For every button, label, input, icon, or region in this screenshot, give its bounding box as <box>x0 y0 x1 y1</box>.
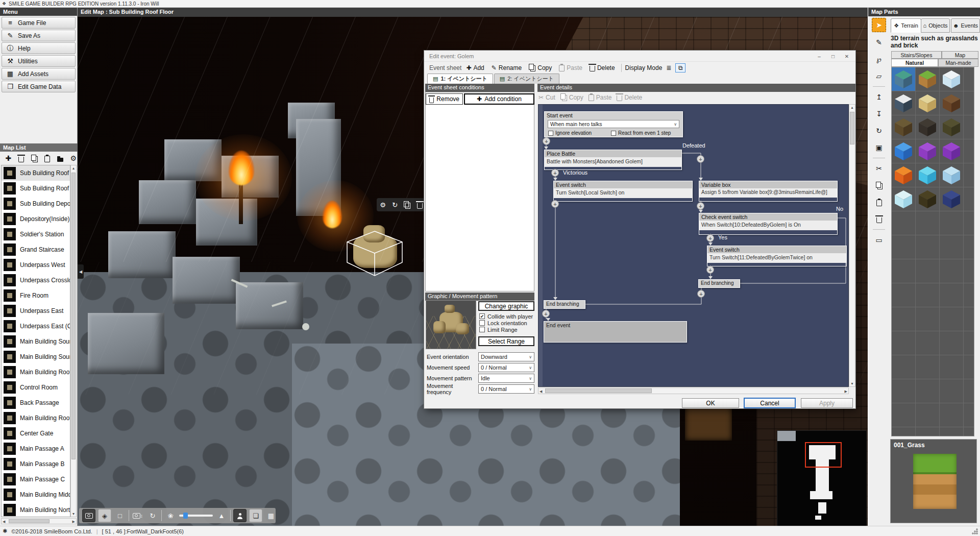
map-list-item[interactable]: Main Building Rooftop <box>2 364 70 380</box>
terrain-tile[interactable] <box>941 69 962 89</box>
map-list-item[interactable]: Main Building Rooftop <box>2 410 70 426</box>
tab-man-made[interactable]: Man-made <box>938 59 978 67</box>
scissors-tool-button[interactable]: ✂ <box>872 162 886 175</box>
add-command-button[interactable]: + <box>551 200 559 208</box>
map-list-item[interactable]: Fire Room <box>2 288 70 303</box>
map-list-item[interactable]: Main Passage B <box>2 456 70 472</box>
terrain-tile[interactable] <box>941 93 962 113</box>
paste-command-button[interactable]: Paste <box>589 93 612 101</box>
flow-node-start-event[interactable]: Start event When main hero talks ∨ Ignor… <box>544 111 683 137</box>
delete-sheet-button[interactable]: Delete <box>587 63 618 72</box>
map-list-item[interactable]: Back Passage <box>2 395 70 410</box>
expand-tool-button[interactable]: ▣ <box>872 141 886 154</box>
display-mode-flow-button[interactable]: ⧉ <box>675 63 685 72</box>
ok-button[interactable]: OK <box>682 398 739 408</box>
menu-item-utilities[interactable]: ⚒Utilities <box>2 55 76 67</box>
menu-item-help[interactable]: ⓘHelp <box>2 42 76 54</box>
tab-terrain[interactable]: ❖Terrain <box>891 18 921 33</box>
map-list-item[interactable]: Underpass West <box>2 257 70 273</box>
cube-view-button[interactable]: ◈ <box>98 509 111 522</box>
menu-item-edit-game-data[interactable]: ❒Edit Game Data <box>2 81 76 92</box>
frame-toggle-button[interactable]: ❏ <box>249 509 262 522</box>
terrain-tile[interactable] <box>917 165 938 185</box>
event-graphic-preview[interactable] <box>426 300 476 349</box>
map-list-item[interactable]: Control Room <box>2 380 70 395</box>
resize-grip[interactable] <box>971 528 978 535</box>
tab-stairs-slopes[interactable]: Stairs/Slopes <box>891 51 942 59</box>
camera-mode-button[interactable] <box>82 509 95 522</box>
flow-vertical-scrollbar[interactable]: ▲ ▼ <box>849 104 855 387</box>
collapse-panel-tab[interactable]: ◀ <box>78 264 84 279</box>
checkbox[interactable] <box>479 320 485 326</box>
react-one-step-checkbox[interactable]: React from even 1 step <box>611 130 671 136</box>
terrain-tile[interactable] <box>893 93 914 113</box>
dialog-titlebar[interactable]: Edit event: Golem <box>424 51 855 62</box>
flow-node-end-event[interactable]: End event <box>544 321 687 343</box>
limit-range-checkbox[interactable]: Limit Range <box>479 326 518 333</box>
scrollbar-thumb[interactable] <box>9 519 50 523</box>
add-command-button[interactable]: + <box>551 169 559 177</box>
terrain-tile[interactable] <box>941 117 962 137</box>
scroll-right-icon[interactable]: ▶ <box>72 520 75 524</box>
terrain-tile[interactable] <box>893 141 914 161</box>
map-list-item[interactable]: Sub Building Deposito <box>2 196 70 211</box>
map-list-item[interactable]: Main Building Sounth , <box>2 349 70 364</box>
select-range-button[interactable]: Select Range <box>478 336 534 346</box>
flow-node-check-event-switch[interactable]: Check event switch When Switch[10:Defeat… <box>699 213 838 235</box>
map-list-item[interactable]: Sub Building Roof Top <box>2 181 70 196</box>
map-settings-button[interactable]: ⚙ <box>69 154 78 163</box>
delete-map-button[interactable] <box>17 154 26 163</box>
scrollbar-thumb[interactable] <box>545 388 652 393</box>
apply-button[interactable]: Apply <box>801 398 853 408</box>
event-context-toolbar[interactable]: ⚙ ↻ <box>377 198 426 211</box>
refresh-icon[interactable]: ↻ <box>392 201 398 209</box>
maximize-button[interactable]: □ <box>826 52 840 61</box>
copy-tool-button[interactable] <box>872 179 886 192</box>
add-command-button[interactable]: + <box>542 310 550 318</box>
tab-map[interactable]: Map <box>942 51 978 59</box>
pencil-tool-button[interactable]: ✎ <box>872 36 886 49</box>
camera-height-button[interactable]: ↕ <box>132 509 144 522</box>
paste-tool-button[interactable] <box>872 196 886 209</box>
tab-natural[interactable]: Natural <box>891 59 938 67</box>
eraser-tool-button[interactable]: ▱ <box>872 69 886 83</box>
map-list-item[interactable]: Main Building North / <box>2 502 70 517</box>
menu-item-save-as[interactable]: ✎Save As <box>2 30 76 41</box>
movement-pattern-dropdown[interactable]: Idle∨ <box>478 374 534 383</box>
terrain-tile[interactable] <box>941 141 962 161</box>
trash-icon[interactable] <box>417 203 423 209</box>
paste-map-button[interactable] <box>43 154 52 163</box>
scroll-up-icon[interactable]: ▲ <box>71 165 76 170</box>
minimize-button[interactable]: – <box>813 52 826 61</box>
refresh-tool-button[interactable]: ↻ <box>872 124 886 137</box>
flat-view-button[interactable]: □ <box>114 509 126 522</box>
tab-objects[interactable]: ⌂Objects <box>921 18 950 33</box>
map-list-item[interactable]: Sub Building Roof Floo <box>2 165 70 181</box>
movement-frequency-dropdown[interactable]: 0 / Normal∨ <box>478 384 534 394</box>
display-mode-list-button[interactable]: ≣ <box>664 64 673 72</box>
flow-node-end-branching-left[interactable]: End branching <box>544 300 585 309</box>
checkbox[interactable] <box>548 131 553 136</box>
add-condition-button[interactable]: ✚ Add condition <box>464 93 534 105</box>
terrain-tile[interactable] <box>941 165 962 185</box>
remove-condition-button[interactable]: Remove <box>426 93 463 105</box>
terrain-tile[interactable] <box>917 69 938 89</box>
menu-item-game-file[interactable]: ≡Game File <box>2 17 76 29</box>
tab-event-sheet-2[interactable]: ▤ 2: イベントシート <box>494 74 559 84</box>
trash-tool-button[interactable] <box>872 212 886 226</box>
gear-icon[interactable]: ⚙ <box>380 201 386 209</box>
zoom-out-plant-icon[interactable]: ❀ <box>164 509 177 522</box>
map-list-item[interactable]: Center Gate <box>2 426 70 441</box>
scroll-left-icon[interactable]: ◀ <box>540 389 542 394</box>
map-list-vertical-scrollbar[interactable]: ▲ ▼ <box>70 165 77 517</box>
map-list-item[interactable]: Underpass Crossload <box>2 273 70 288</box>
terrain-tile[interactable] <box>917 189 938 209</box>
change-graphic-button[interactable]: Change graphic <box>478 301 534 311</box>
import-tool-button[interactable]: ↥ <box>872 90 886 104</box>
terrain-tile[interactable] <box>893 69 914 89</box>
roller-tool-button[interactable]: ▭ <box>872 233 886 247</box>
scroll-down-icon[interactable]: ▼ <box>849 382 855 385</box>
cut-command-button[interactable]: ✂Cut <box>538 94 555 101</box>
select-tool-button[interactable]: ➤ <box>872 18 886 32</box>
copy-map-button[interactable] <box>30 154 39 163</box>
